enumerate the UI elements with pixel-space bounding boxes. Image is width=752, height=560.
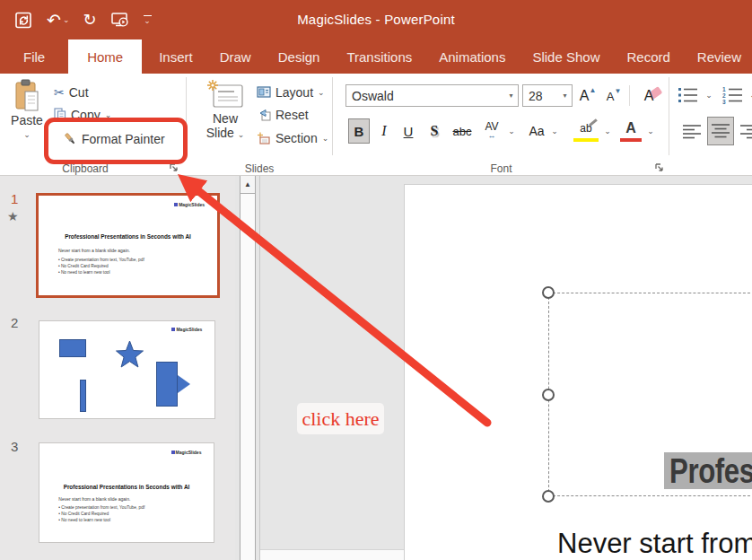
decrease-font-button[interactable]: A▼	[603, 83, 625, 109]
highlight-color-swatch	[573, 138, 599, 142]
bullets-button[interactable]	[677, 84, 700, 106]
thumb-bullets: • Create presentation from text, YouTube…	[58, 257, 144, 276]
font-group-label: Font	[333, 162, 669, 175]
highlight-button[interactable]: ab	[572, 118, 600, 144]
clipboard-group-label: Clipboard	[0, 162, 171, 175]
star-shape	[115, 340, 144, 369]
slides-group: New Slide ⌄ Layout ⌄ Reset Sec	[187, 74, 332, 176]
cut-button[interactable]: ✂ Cut	[54, 81, 165, 103]
click-here-badge: click here	[297, 403, 384, 434]
section-dropdown-icon: ⌄	[322, 134, 329, 143]
slide-2-thumbnail[interactable]: MagicSlides	[39, 320, 215, 419]
tab-record[interactable]: Record	[613, 39, 683, 74]
format-painter-highlight-box	[44, 118, 188, 164]
thin-rectangle-shape	[80, 380, 86, 412]
tab-home[interactable]: Home	[68, 39, 142, 74]
bullets-dropdown-icon[interactable]: ⌄	[704, 86, 714, 104]
selection-handle-bottom-left[interactable]	[542, 490, 555, 503]
align-center-button[interactable]	[707, 117, 734, 145]
paragraph-group: ⌄ 123 ⌄	[669, 74, 752, 176]
align-right-button[interactable]	[738, 120, 752, 144]
thumb-title: Professional Presentations in Seconds wi…	[39, 484, 214, 490]
new-slide-dropdown-icon: ⌄	[238, 130, 245, 139]
bold-button[interactable]: B	[348, 118, 370, 144]
font-name-dropdown-icon[interactable]: ▾	[504, 92, 518, 100]
reset-button[interactable]: Reset	[257, 103, 328, 127]
thumb-bullets: • Create presentation from text, YouTube…	[58, 504, 144, 523]
increase-font-button[interactable]: A▲	[576, 83, 599, 109]
underline-button[interactable]: U	[398, 118, 419, 144]
thumb-logo: MagicSlides	[171, 450, 202, 455]
paste-button[interactable]: Paste ⌄	[5, 79, 48, 156]
clear-formatting-button[interactable]: A	[635, 83, 662, 109]
text-shadow-button[interactable]: S	[424, 118, 445, 144]
new-slide-label-line1: New	[213, 111, 238, 126]
magicslides-logo-icon	[171, 328, 175, 331]
cut-label: Cut	[69, 85, 89, 100]
slide-body-text: Never start from	[557, 528, 752, 559]
thumbnail-scrollbar[interactable]: ▲	[240, 176, 256, 560]
tab-slideshow[interactable]: Slide Show	[519, 39, 613, 74]
spacing-dropdown-icon[interactable]: ⌄	[506, 118, 517, 144]
highlight-dropdown-icon[interactable]: ⌄	[602, 118, 613, 144]
font-color-dropdown-icon[interactable]: ⌄	[645, 118, 656, 144]
tab-transitions[interactable]: Transitions	[333, 39, 425, 74]
section-label: Section	[275, 131, 318, 145]
tab-review[interactable]: Review	[684, 39, 752, 74]
thumb-body: Never start from a blank slide again.	[58, 248, 130, 253]
new-slide-label-line2: Slide ⌄	[206, 126, 245, 142]
slide-body-textbox[interactable]: Never start from	[557, 528, 752, 560]
slides-group-label: Slides	[187, 162, 332, 175]
selection-handle-middle-left[interactable]	[542, 389, 555, 401]
numbering-dropdown-icon[interactable]: ⌄	[748, 86, 752, 104]
slide-title-textbox[interactable]: Professional	[664, 452, 752, 489]
character-spacing-button[interactable]: AV ↔	[478, 118, 505, 144]
spacing-arrows-icon: ↔	[488, 131, 496, 140]
slide-2-number: 2	[11, 315, 18, 330]
slide-title-text: Professional	[669, 451, 752, 491]
slide-1-number: 1	[11, 191, 18, 206]
font-name-combo[interactable]: Oswald ▾	[345, 84, 519, 107]
arrow-head-shape	[178, 375, 190, 393]
rectangle-shape	[59, 339, 86, 357]
magicslides-logo-icon	[171, 451, 175, 454]
layout-label: Layout	[275, 85, 313, 100]
slide-thumbnail-panel: 1 ★ MagicSlides Professional Presentatio…	[0, 176, 235, 560]
tab-insert[interactable]: Insert	[145, 39, 206, 74]
highlight-pen-icon	[589, 118, 598, 127]
tab-draw[interactable]: Draw	[206, 39, 265, 74]
font-size-dropdown-icon[interactable]: ▾	[558, 92, 572, 100]
tab-file[interactable]: File	[7, 39, 61, 74]
tab-animations[interactable]: Animations	[425, 39, 519, 74]
selection-handle-top-left[interactable]	[542, 286, 555, 299]
layout-icon	[257, 86, 271, 98]
font-name-value: Oswald	[346, 89, 504, 103]
slide-1-thumbnail[interactable]: MagicSlides Professional Presentations i…	[36, 193, 220, 298]
align-left-button[interactable]	[680, 120, 704, 144]
reset-label: Reset	[275, 108, 309, 122]
paste-label: Paste	[11, 113, 43, 127]
paste-icon	[13, 79, 40, 113]
click-here-text: click here	[302, 407, 379, 431]
font-color-button[interactable]: A	[618, 118, 643, 144]
strikethrough-button[interactable]: abc	[450, 118, 475, 144]
font-size-combo[interactable]: 28 ▾	[522, 84, 573, 107]
change-case-button[interactable]: Aa	[525, 118, 548, 144]
thumb-title: Professional Presentations in Seconds wi…	[39, 233, 217, 240]
section-icon	[257, 132, 271, 144]
italic-button[interactable]: I	[374, 118, 394, 144]
slide-3-thumbnail[interactable]: MagicSlides Professional Presentations i…	[39, 442, 214, 543]
cut-icon: ✂	[54, 85, 65, 100]
thumb-logo: MagicSlides	[171, 327, 202, 332]
section-button[interactable]: Section ⌄	[257, 127, 328, 150]
numbering-button[interactable]: 123	[721, 84, 744, 106]
layout-button[interactable]: Layout ⌄	[257, 81, 328, 103]
window-title: MagicSlides - PowerPoint	[0, 12, 752, 27]
tab-design[interactable]: Design	[265, 39, 334, 74]
new-slide-button[interactable]: New Slide ⌄	[188, 79, 262, 156]
font-color-swatch	[620, 138, 642, 142]
ribbon-tab-row: File Home Insert Draw Design Transitions…	[0, 39, 752, 74]
scroll-up-button[interactable]: ▲	[240, 176, 255, 194]
font-dialog-launcher-icon[interactable]	[654, 162, 664, 172]
case-dropdown-icon[interactable]: ⌄	[549, 118, 560, 144]
